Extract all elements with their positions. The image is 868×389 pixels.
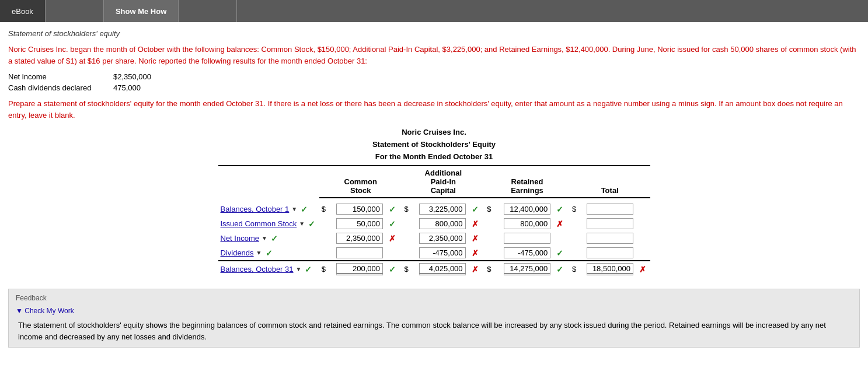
- dollar-sign: $: [405, 265, 409, 274]
- row-label-net_income[interactable]: Net Income: [221, 234, 259, 243]
- input-check-green: ✓: [556, 248, 563, 258]
- row-check-dividends: ✓: [266, 248, 273, 258]
- input-check-red: ✗: [472, 248, 479, 258]
- row-label-cell-balances_oct31: Balances, October 31 ▼✓: [218, 261, 319, 277]
- number-input[interactable]: [419, 218, 466, 229]
- row-label-balances_oct31[interactable]: Balances, October 31: [221, 265, 294, 274]
- row-check-issued_common_stock: ✓: [308, 219, 315, 229]
- dropdown-arrow-dividends[interactable]: ▼: [256, 250, 262, 256]
- input-check-green: ✓: [556, 205, 563, 214]
- dropdown-arrow-balances_oct1[interactable]: ▼: [291, 206, 297, 212]
- table-row: Balances, October 31 ▼✓$✓$✗$✓$✗: [218, 261, 650, 277]
- row-label-cell-balances_oct1: Balances, October 1 ▼✓: [218, 202, 319, 216]
- col-header-common-stock: CommonStock: [319, 166, 402, 198]
- number-input[interactable]: [419, 204, 466, 215]
- number-input[interactable]: [587, 263, 633, 275]
- input-check-red: ✗: [472, 265, 479, 274]
- number-input[interactable]: [336, 233, 383, 244]
- number-input[interactable]: [504, 204, 550, 215]
- col-header-retained-earnings: RetainedEarnings: [484, 166, 570, 198]
- input-check-green: ✓: [389, 205, 396, 214]
- tab-showmehow-label: Show Me How: [116, 7, 166, 16]
- dollar-sign: $: [572, 265, 576, 274]
- number-input[interactable]: [504, 263, 550, 275]
- statement-wrapper: Noric Cruises Inc. Statement of Stockhol…: [8, 127, 860, 277]
- input-check-red: ✗: [556, 219, 563, 229]
- stmt-title1: Statement of Stockholders' Equity: [218, 139, 650, 151]
- row-label-cell-issued_common_stock: Issued Common Stock ▼✓: [218, 216, 319, 231]
- dividends-label: Cash dividends declared: [8, 83, 102, 92]
- stmt-company-name: Noric Cruises Inc.: [218, 127, 650, 139]
- dividends-value: 475,000: [113, 83, 141, 92]
- tab-empty2[interactable]: [179, 0, 237, 22]
- input-check-green: ✓: [389, 219, 396, 229]
- net-income-value: $2,350,000: [113, 72, 151, 81]
- number-input[interactable]: [587, 247, 633, 258]
- col-header-total: Total: [570, 166, 650, 198]
- main-content: Statement of stockholders' equity Noric …: [0, 22, 868, 355]
- dollar-sign: $: [322, 205, 326, 213]
- check-my-work-button[interactable]: ▼ Check My Work: [16, 307, 852, 315]
- tab-ebook-label: eBook: [12, 7, 33, 16]
- row-label-dividends[interactable]: Dividends: [221, 248, 254, 257]
- number-input[interactable]: [419, 263, 466, 275]
- input-check-red: ✗: [472, 219, 479, 229]
- dollar-sign: $: [405, 205, 409, 213]
- number-input[interactable]: [419, 247, 466, 258]
- input-check-green: ✓: [472, 205, 479, 214]
- feedback-body: The statement of stockholders' equity sh…: [16, 320, 852, 342]
- number-input[interactable]: [504, 233, 550, 244]
- stmt-title2: For the Month Ended October 31: [218, 151, 650, 163]
- section-title: Statement of stockholders' equity: [8, 29, 860, 38]
- row-check-net_income: ✓: [271, 234, 278, 243]
- row-check-balances_oct1: ✓: [301, 205, 308, 214]
- input-check-green: ✓: [389, 265, 396, 274]
- net-income-row: Net income $2,350,000: [8, 72, 860, 81]
- check-my-work-label: ▼ Check My Work: [16, 307, 74, 315]
- number-input[interactable]: [419, 233, 466, 244]
- dollar-sign: $: [487, 205, 491, 213]
- number-input[interactable]: [336, 247, 383, 258]
- number-input[interactable]: [587, 233, 633, 244]
- dropdown-arrow-net_income[interactable]: ▼: [262, 235, 267, 241]
- feedback-label: Feedback: [16, 294, 852, 302]
- stmt-company-header: Noric Cruises Inc. Statement of Stockhol…: [218, 127, 650, 166]
- col-header-label: [218, 166, 319, 198]
- number-input[interactable]: [587, 204, 633, 215]
- dollar-sign: $: [572, 205, 576, 213]
- dividends-row: Cash dividends declared 475,000: [8, 83, 860, 92]
- number-input[interactable]: [336, 263, 383, 275]
- dollar-sign: $: [487, 265, 491, 274]
- row-label-balances_oct1[interactable]: Balances, October 1: [221, 205, 290, 213]
- statement-container: Noric Cruises Inc. Statement of Stockhol…: [218, 127, 650, 277]
- top-navigation-bar: eBook Show Me How: [0, 0, 868, 22]
- table-row: Balances, October 1 ▼✓$✓$✓$✓$: [218, 202, 650, 216]
- number-input[interactable]: [587, 218, 633, 229]
- dollar-sign: $: [322, 265, 326, 274]
- col-header-apic: AdditionalPaid-InCapital: [402, 166, 485, 198]
- row-label-issued_common_stock[interactable]: Issued Common Stock: [221, 219, 297, 228]
- tab-showmehow[interactable]: Show Me How: [104, 0, 179, 22]
- input-check-red: ✗: [389, 234, 396, 243]
- instruction-text: Prepare a statement of stockholders' equ…: [8, 98, 860, 121]
- number-input[interactable]: [336, 204, 383, 215]
- input-check-red: ✗: [639, 265, 646, 274]
- dropdown-arrow-issued_common_stock[interactable]: ▼: [299, 220, 305, 227]
- row-check-balances_oct31: ✓: [305, 265, 312, 274]
- row-label-cell-net_income: Net Income ▼✓: [218, 231, 319, 246]
- equity-table: CommonStock AdditionalPaid-InCapital Ret…: [218, 166, 650, 277]
- table-row: Net Income ▼✓✗✗: [218, 231, 650, 246]
- net-income-label: Net income: [8, 72, 102, 81]
- tab-empty1[interactable]: [46, 0, 104, 22]
- feedback-section: Feedback ▼ Check My Work The statement o…: [8, 289, 860, 348]
- row-label-cell-dividends: Dividends ▼✓: [218, 246, 319, 261]
- number-input[interactable]: [504, 247, 550, 258]
- number-input[interactable]: [336, 218, 383, 229]
- tab-ebook[interactable]: eBook: [0, 0, 46, 22]
- input-check-red: ✗: [472, 234, 479, 243]
- number-input[interactable]: [504, 218, 550, 229]
- table-row: Issued Common Stock ▼✓✓✗✗: [218, 216, 650, 231]
- problem-text: Noric Cruises Inc. began the month of Oc…: [8, 44, 860, 66]
- table-row: Dividends ▼✓✗✓: [218, 246, 650, 261]
- dropdown-arrow-balances_oct31[interactable]: ▼: [296, 266, 302, 272]
